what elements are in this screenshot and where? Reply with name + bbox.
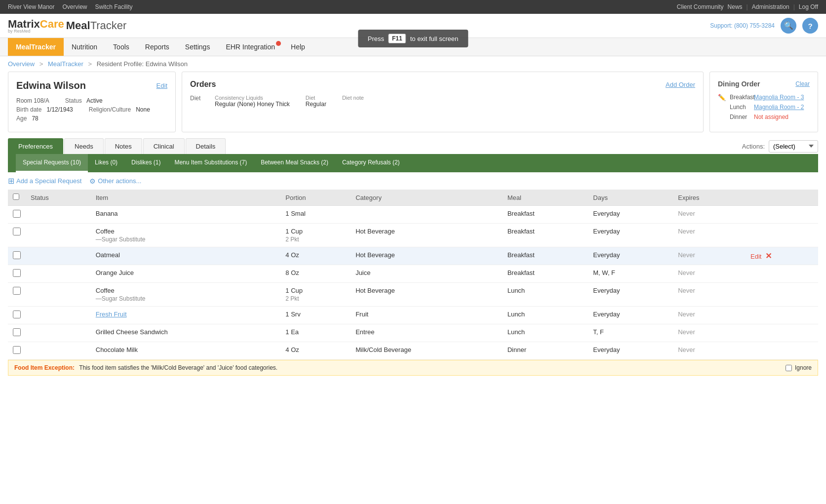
overview-link[interactable]: Overview bbox=[62, 3, 87, 10]
age-label: Age bbox=[16, 115, 27, 122]
portion-value: 4 Oz bbox=[285, 346, 299, 353]
tab-notes[interactable]: Notes bbox=[105, 138, 142, 154]
administration-link[interactable]: Administration bbox=[752, 3, 789, 10]
row-checkbox[interactable] bbox=[13, 328, 21, 336]
table-row: Coffee —Sugar Substitute 1 Cup 2 Pkt Hot… bbox=[8, 283, 818, 307]
religion-value: None bbox=[136, 106, 150, 113]
help-button[interactable]: ? bbox=[802, 18, 818, 34]
dining-row-lunch: Lunch Magnolia Room - 2 bbox=[730, 104, 804, 111]
cell-category: Hot Beverage bbox=[351, 247, 503, 265]
nav-mealtracker[interactable]: MealTracker bbox=[8, 38, 64, 56]
dining-row-dinner: Dinner Not assigned bbox=[730, 114, 804, 120]
top-bar-left: River View Manor Overview Switch Facilit… bbox=[8, 3, 133, 10]
other-actions-button[interactable]: ⚙ Other actions... bbox=[89, 177, 141, 185]
row-checkbox[interactable] bbox=[13, 269, 21, 277]
dining-header: Dining Order Clear bbox=[718, 80, 810, 88]
resident-edit-link[interactable]: Edit bbox=[157, 82, 167, 89]
sub-tab-category-refusals[interactable]: Category Refusals (2) bbox=[335, 154, 407, 172]
log-off-link[interactable]: Log Off bbox=[799, 3, 818, 10]
nav-reports[interactable]: Reports bbox=[137, 38, 177, 56]
sub-portion: 2 Pkt bbox=[285, 236, 346, 243]
tab-preferences[interactable]: Preferences bbox=[8, 138, 63, 154]
consistency-label: Consistency Liquids bbox=[215, 95, 290, 101]
cell-expires: Never bbox=[673, 206, 746, 224]
cell-meal: Dinner bbox=[503, 342, 589, 360]
fullscreen-suffix: to exit full screen bbox=[410, 35, 459, 42]
portion-value: 1 Smal bbox=[285, 210, 305, 217]
sub-tab-menu-item-substitutions[interactable]: Menu Item Substitutions (7) bbox=[167, 154, 254, 172]
row-checkbox[interactable] bbox=[13, 251, 21, 259]
table-row: Banana 1 Smal Breakfast Everyday Never bbox=[8, 206, 818, 224]
actions-select[interactable]: (Select) bbox=[769, 140, 818, 153]
nav-help[interactable]: Help bbox=[283, 38, 313, 56]
item-link[interactable]: Fresh Fruit bbox=[96, 310, 127, 318]
sub-tab-dislikes[interactable]: Dislikes (1) bbox=[124, 154, 167, 172]
dining-breakfast-room[interactable]: Magnolia Room - 3 bbox=[754, 94, 804, 101]
tab-needs[interactable]: Needs bbox=[64, 138, 104, 154]
tab-clinical[interactable]: Clinical bbox=[143, 138, 185, 154]
fullscreen-banner: Press F11 to exit full screen bbox=[358, 30, 468, 47]
nav-nutrition[interactable]: Nutrition bbox=[64, 38, 105, 56]
select-all-checkbox[interactable] bbox=[13, 194, 19, 200]
dining-edit-pencil-icon[interactable]: ✏️ bbox=[718, 94, 726, 101]
search-button[interactable]: 🔍 bbox=[781, 18, 796, 34]
client-community-link[interactable]: Client Community bbox=[677, 3, 724, 10]
row-checkbox[interactable] bbox=[13, 228, 21, 235]
cell-days: M, W, F bbox=[588, 265, 673, 283]
cell-days: Everyday bbox=[588, 247, 673, 265]
sub-tab-likes[interactable]: Likes (0) bbox=[88, 154, 124, 172]
dining-clear-link[interactable]: Clear bbox=[795, 80, 810, 87]
resident-info-row1: Room 108/A Status Active bbox=[16, 97, 167, 104]
breadcrumb-sep1: > bbox=[39, 60, 45, 68]
logo-meal-text: MealTracker bbox=[66, 19, 127, 32]
resident-info-row2: Birth date 1/12/1943 Religion/Culture No… bbox=[16, 106, 167, 113]
row-checkbox[interactable] bbox=[13, 287, 21, 295]
portion-value: 4 Oz bbox=[285, 251, 299, 259]
row-checkbox[interactable] bbox=[13, 346, 21, 354]
religion-label: Religion/Culture bbox=[89, 106, 131, 113]
dining-lunch-room[interactable]: Magnolia Room - 2 bbox=[754, 104, 804, 111]
cell-actions bbox=[746, 206, 818, 224]
cell-portion: 1 Smal bbox=[280, 206, 351, 224]
dining-title: Dining Order bbox=[718, 80, 760, 88]
nav-tools[interactable]: Tools bbox=[105, 38, 137, 56]
cell-category: Fruit bbox=[351, 307, 503, 324]
add-order-link[interactable]: Add Order bbox=[666, 81, 695, 88]
cell-item: Banana bbox=[91, 206, 281, 224]
breadcrumb-overview[interactable]: Overview bbox=[8, 60, 35, 68]
sub-tab-special-requests[interactable]: Special Requests (10) bbox=[16, 154, 88, 172]
separator1: | bbox=[747, 3, 748, 10]
item-name: Chocolate Milk bbox=[96, 346, 138, 353]
sub-item: —Sugar Substitute bbox=[96, 236, 276, 243]
row-checkbox[interactable] bbox=[13, 210, 21, 218]
col-status: Status bbox=[26, 190, 91, 206]
cell-category: Entree bbox=[351, 324, 503, 342]
switch-facility-link[interactable]: Switch Facility bbox=[95, 3, 133, 10]
delete-link[interactable]: ✕ bbox=[765, 252, 772, 260]
portion-value: 8 Oz bbox=[285, 269, 299, 276]
cell-status bbox=[26, 307, 91, 324]
item-name: Coffee bbox=[96, 228, 115, 235]
ignore-checkbox[interactable] bbox=[786, 365, 792, 371]
breadcrumb-mealtracker[interactable]: MealTracker bbox=[48, 60, 83, 68]
news-link[interactable]: News bbox=[728, 3, 743, 10]
action-bar: ⊞ Add a Special Request ⚙ Other actions.… bbox=[0, 172, 826, 190]
cell-actions bbox=[746, 265, 818, 283]
edit-link[interactable]: Edit bbox=[750, 253, 761, 260]
birthdate-label: Birth date bbox=[16, 106, 41, 113]
diet-item-consistency: Consistency Liquids Regular (None) Honey… bbox=[215, 95, 290, 108]
logo-matrix-care: MatrixCare by ResMed bbox=[8, 18, 64, 34]
header-left: MatrixCare by ResMed MealTracker bbox=[8, 18, 126, 34]
resident-info: Room 108/A Status Active Birth date 1/12… bbox=[16, 97, 167, 122]
row-checkbox[interactable] bbox=[13, 310, 21, 318]
nav-ehr-integration[interactable]: EHR Integration bbox=[218, 38, 283, 56]
breadcrumb-sep2: > bbox=[88, 60, 93, 68]
col-expires: Expires bbox=[673, 190, 746, 206]
cell-item: Coffee —Sugar Substitute bbox=[91, 224, 281, 247]
add-special-request-button[interactable]: ⊞ Add a Special Request bbox=[8, 176, 81, 186]
cell-expires: Never bbox=[673, 265, 746, 283]
tab-details[interactable]: Details bbox=[186, 138, 226, 154]
sub-tab-between-meal-snacks[interactable]: Between Meal Snacks (2) bbox=[254, 154, 335, 172]
other-actions-label: Other actions... bbox=[98, 177, 141, 185]
nav-settings[interactable]: Settings bbox=[177, 38, 218, 56]
